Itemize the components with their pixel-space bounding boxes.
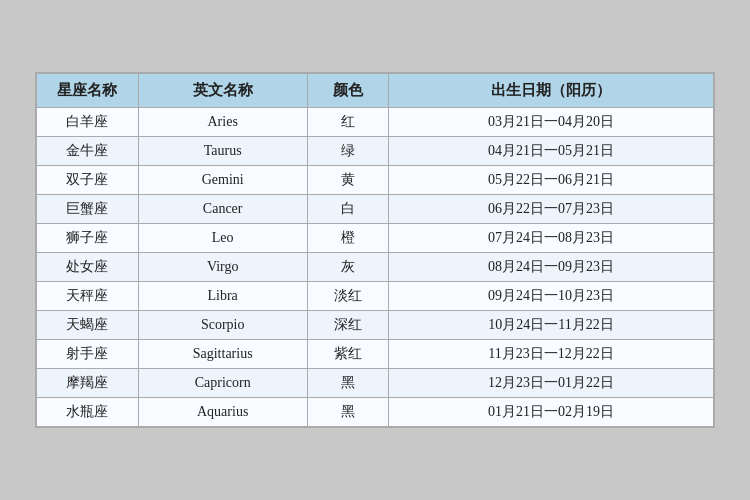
cell-date: 07月24日一08月23日	[389, 224, 714, 253]
cell-en: Aries	[138, 108, 307, 137]
cell-date: 03月21日一04月20日	[389, 108, 714, 137]
cell-en: Capricorn	[138, 369, 307, 398]
cell-date: 09月24日一10月23日	[389, 282, 714, 311]
cell-date: 06月22日一07月23日	[389, 195, 714, 224]
header-date: 出生日期（阳历）	[389, 74, 714, 108]
cell-en: Gemini	[138, 166, 307, 195]
cell-color: 黑	[307, 398, 388, 427]
cell-cn: 巨蟹座	[37, 195, 139, 224]
cell-color: 灰	[307, 253, 388, 282]
cell-date: 08月24日一09月23日	[389, 253, 714, 282]
table-row: 白羊座Aries红03月21日一04月20日	[37, 108, 714, 137]
cell-cn: 摩羯座	[37, 369, 139, 398]
table-row: 处女座Virgo灰08月24日一09月23日	[37, 253, 714, 282]
cell-en: Cancer	[138, 195, 307, 224]
cell-color: 红	[307, 108, 388, 137]
zodiac-table-container: 星座名称 英文名称 颜色 出生日期（阳历） 白羊座Aries红03月21日一04…	[35, 72, 715, 428]
zodiac-table: 星座名称 英文名称 颜色 出生日期（阳历） 白羊座Aries红03月21日一04…	[36, 73, 714, 427]
cell-color: 黑	[307, 369, 388, 398]
table-row: 水瓶座Aquarius黑01月21日一02月19日	[37, 398, 714, 427]
table-row: 天秤座Libra淡红09月24日一10月23日	[37, 282, 714, 311]
header-color: 颜色	[307, 74, 388, 108]
table-row: 射手座Sagittarius紫红11月23日一12月22日	[37, 340, 714, 369]
cell-cn: 天秤座	[37, 282, 139, 311]
cell-color: 白	[307, 195, 388, 224]
cell-en: Sagittarius	[138, 340, 307, 369]
table-row: 双子座Gemini黄05月22日一06月21日	[37, 166, 714, 195]
cell-cn: 射手座	[37, 340, 139, 369]
cell-cn: 处女座	[37, 253, 139, 282]
table-row: 天蝎座Scorpio深红10月24日一11月22日	[37, 311, 714, 340]
cell-color: 绿	[307, 137, 388, 166]
cell-en: Virgo	[138, 253, 307, 282]
table-header-row: 星座名称 英文名称 颜色 出生日期（阳历）	[37, 74, 714, 108]
cell-date: 10月24日一11月22日	[389, 311, 714, 340]
header-cn: 星座名称	[37, 74, 139, 108]
cell-en: Scorpio	[138, 311, 307, 340]
header-en: 英文名称	[138, 74, 307, 108]
table-row: 摩羯座Capricorn黑12月23日一01月22日	[37, 369, 714, 398]
cell-cn: 天蝎座	[37, 311, 139, 340]
cell-date: 04月21日一05月21日	[389, 137, 714, 166]
cell-cn: 白羊座	[37, 108, 139, 137]
cell-date: 11月23日一12月22日	[389, 340, 714, 369]
cell-cn: 水瓶座	[37, 398, 139, 427]
cell-color: 橙	[307, 224, 388, 253]
cell-en: Aquarius	[138, 398, 307, 427]
cell-color: 紫红	[307, 340, 388, 369]
cell-date: 01月21日一02月19日	[389, 398, 714, 427]
cell-date: 05月22日一06月21日	[389, 166, 714, 195]
cell-cn: 金牛座	[37, 137, 139, 166]
table-row: 巨蟹座Cancer白06月22日一07月23日	[37, 195, 714, 224]
cell-color: 淡红	[307, 282, 388, 311]
cell-color: 黄	[307, 166, 388, 195]
cell-en: Libra	[138, 282, 307, 311]
table-row: 狮子座Leo橙07月24日一08月23日	[37, 224, 714, 253]
cell-color: 深红	[307, 311, 388, 340]
cell-date: 12月23日一01月22日	[389, 369, 714, 398]
cell-cn: 双子座	[37, 166, 139, 195]
cell-cn: 狮子座	[37, 224, 139, 253]
table-row: 金牛座Taurus绿04月21日一05月21日	[37, 137, 714, 166]
cell-en: Leo	[138, 224, 307, 253]
cell-en: Taurus	[138, 137, 307, 166]
